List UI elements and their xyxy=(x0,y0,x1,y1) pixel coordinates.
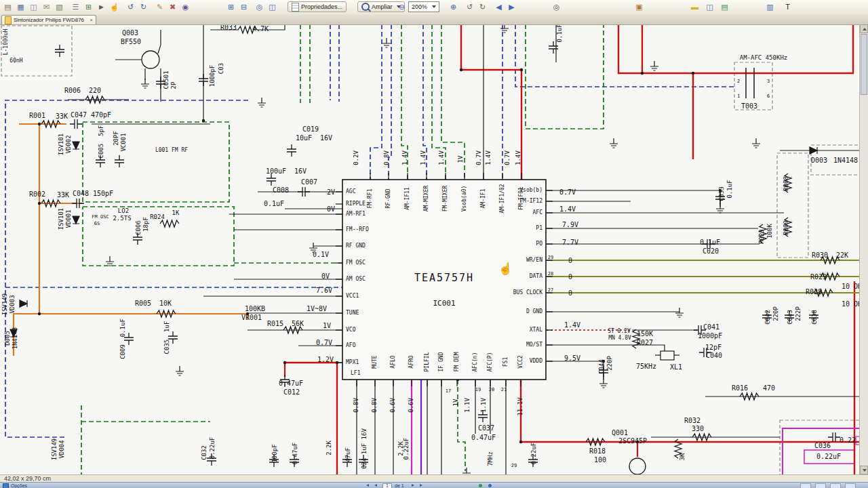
export-icon[interactable]: ▧ xyxy=(54,1,65,12)
schematic-label: 470 xyxy=(763,385,775,392)
marquee-zoom-icon[interactable]: ⊞ xyxy=(225,1,237,12)
previous-page-icon[interactable] xyxy=(374,484,377,487)
scrollbar-thumb[interactable] xyxy=(861,34,867,95)
read-mode-icon[interactable]: ▥ xyxy=(764,1,776,12)
tab-close-icon[interactable]: × xyxy=(90,17,93,23)
schematic-canvas[interactable]: L-1000uH60nHQ003BF550R0334.7KC05012P1000… xyxy=(0,0,860,475)
schematic-label: C020 xyxy=(703,248,719,255)
save-icon[interactable]: ▦ xyxy=(15,1,26,12)
text-tool-icon[interactable]: T xyxy=(782,1,793,12)
document-tab[interactable]: Sintonizador Philips FWD876 × xyxy=(1,15,96,24)
schematic-label: C012 xyxy=(283,389,300,396)
schematic-label: 3 xyxy=(767,79,770,84)
layout-continuous-icon[interactable] xyxy=(815,483,826,488)
page-number-input[interactable]: 1 xyxy=(382,483,392,488)
stamp-icon[interactable]: ▤ xyxy=(719,1,730,12)
properties-label: Propriedades... xyxy=(301,3,342,10)
fullscreen-icon[interactable] xyxy=(845,483,856,488)
snapshot-icon[interactable]: ⊞ xyxy=(83,1,94,12)
dynamic-zoom-icon[interactable]: ⊟ xyxy=(238,1,250,12)
capacitor-symbol xyxy=(287,144,296,157)
ic-pin-label: AFRO xyxy=(409,355,414,368)
open-file-icon[interactable]: ▤ xyxy=(2,1,14,12)
schematic-label: 2.5TS xyxy=(113,216,131,222)
organize-pages-icon[interactable]: ☰ xyxy=(70,1,81,12)
select-tool-icon[interactable]: ► xyxy=(96,1,107,12)
link-icon[interactable]: ◉ xyxy=(180,1,191,12)
ic-pin-label: MO/ST xyxy=(526,342,542,348)
layout-facing-icon[interactable] xyxy=(830,483,841,488)
hand-tool-icon[interactable]: ☝ xyxy=(108,1,120,12)
options-label[interactable]: Opções xyxy=(11,483,27,488)
zoom-level-select[interactable]: 200% xyxy=(408,1,439,12)
capacitor-symbol xyxy=(55,45,64,57)
layout-single-icon[interactable] xyxy=(800,483,811,488)
schematic-label: VD004 xyxy=(59,440,65,458)
edit-icon[interactable]: ✎ xyxy=(154,1,165,12)
schematic-label: 0.47uF xyxy=(279,380,303,387)
options-icon[interactable] xyxy=(3,483,9,488)
schematic-label: C033 xyxy=(719,186,725,201)
ic-pin-label: RF GND xyxy=(346,243,366,249)
comment-icon[interactable]: ◫ xyxy=(704,1,715,12)
schematic-label: 20PF xyxy=(113,131,119,146)
view-mode-icon[interactable] xyxy=(488,484,492,487)
properties-button[interactable]: Propriedades... xyxy=(288,1,347,12)
schematic-label: R006 220 xyxy=(64,87,101,94)
zoom-out-icon[interactable]: ⊖ xyxy=(396,1,408,12)
schematic-label: C035 1uF xyxy=(164,321,170,354)
ic-pin-label: DATA xyxy=(530,274,542,279)
previous-view-icon[interactable]: ◀ xyxy=(493,1,505,12)
schematic-label: 1000pF xyxy=(210,65,216,87)
ic-pin-label: AM OSC xyxy=(346,277,366,282)
scroll-up-icon[interactable] xyxy=(860,24,868,33)
wire xyxy=(5,100,250,437)
schematic-label: 1.4V xyxy=(559,206,576,213)
pan-window-icon[interactable]: ◫ xyxy=(267,1,278,12)
schematic-label: 29 xyxy=(511,464,517,468)
first-page-icon[interactable] xyxy=(366,484,369,487)
schematic-label: 7.9V xyxy=(562,222,578,228)
highlighter-icon[interactable]: ▬ xyxy=(689,1,701,12)
loupe-icon[interactable]: ◎ xyxy=(254,1,265,12)
print-icon[interactable]: ◫ xyxy=(28,1,39,12)
schematic-label: 1.1V xyxy=(465,398,471,413)
schematic-label: 27 xyxy=(548,288,553,293)
rotate-right-icon[interactable]: ↻ xyxy=(477,1,488,12)
schematic-label: 024 1uF 16V xyxy=(361,428,368,469)
vertical-scrollbar[interactable] xyxy=(859,24,868,474)
diode-symbol xyxy=(73,216,79,224)
schematic-label: R018 xyxy=(589,448,606,455)
schematic-label: 1N4148 xyxy=(833,157,858,164)
schematic-label: 0.1V xyxy=(313,251,329,258)
zoom-tool-label: Ampliar xyxy=(372,3,393,10)
email-icon[interactable]: ✉ xyxy=(41,1,52,12)
next-view-icon[interactable]: ▶ xyxy=(506,1,517,12)
wire xyxy=(515,24,736,87)
schematic-label: C008 xyxy=(273,187,289,194)
rotate-left-icon[interactable]: ↺ xyxy=(464,1,475,12)
schematic-label: 6 xyxy=(767,94,770,99)
schematic-label: 0.22uF xyxy=(816,453,841,460)
redo-icon[interactable]: ↻ xyxy=(138,1,149,12)
delete-icon[interactable]: ✖ xyxy=(167,1,178,12)
wire xyxy=(158,30,161,54)
diode-symbol xyxy=(20,300,27,307)
next-page-icon[interactable] xyxy=(412,484,414,487)
schematic-label: AM-AFC 450KHz xyxy=(740,55,787,61)
last-page-icon[interactable] xyxy=(420,484,422,487)
schematic-label: 20 xyxy=(489,388,494,392)
schematic-label: 100KB xyxy=(245,306,265,312)
ground-symbol xyxy=(650,61,658,70)
find-icon[interactable]: ◎ xyxy=(551,1,562,12)
undo-icon[interactable]: ↺ xyxy=(125,1,136,12)
scroll-down-icon[interactable] xyxy=(860,466,868,474)
attachments-icon[interactable]: ▣ xyxy=(633,1,645,12)
wire xyxy=(618,24,693,159)
status-ok-icon[interactable] xyxy=(479,484,482,487)
junction-dot xyxy=(38,123,41,125)
schematic-label: 0 xyxy=(568,258,572,264)
zoom-in-icon[interactable]: ⊕ xyxy=(448,1,459,12)
junction-dot xyxy=(520,68,523,71)
schematic-drawing xyxy=(0,0,860,475)
